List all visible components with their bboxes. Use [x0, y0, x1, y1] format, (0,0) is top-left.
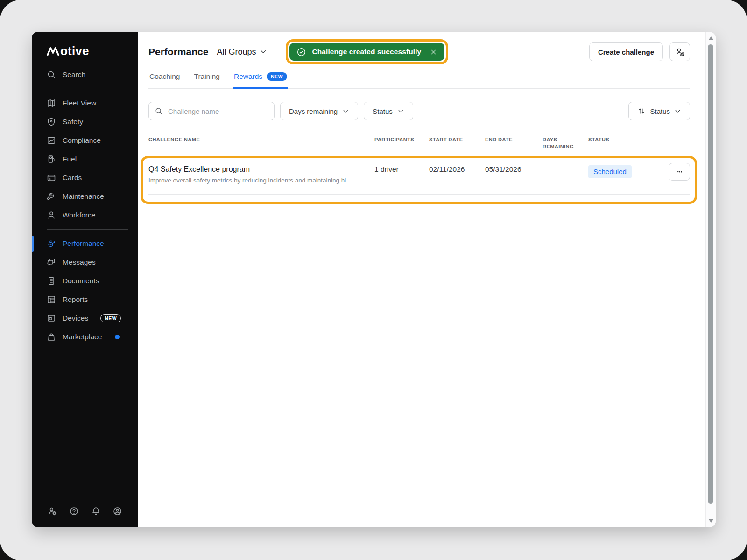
fuel-pump-icon: [47, 154, 56, 164]
challenge-description: Improve overall safety metrics by reduci…: [148, 177, 368, 184]
main-area: Performance All Groups Challenge created…: [138, 32, 716, 527]
sidebar-item-label: Compliance: [63, 136, 101, 145]
sort-arrows-icon: [637, 107, 646, 115]
sidebar-item-label: Search: [63, 70, 85, 79]
sidebar-item-devices[interactable]: Devices NEW: [32, 309, 138, 328]
chevron-down-icon: [260, 48, 267, 56]
report-icon: [47, 295, 56, 304]
person-icon: [47, 210, 56, 220]
logo-text: otive: [60, 45, 89, 57]
account-circle-icon: [113, 506, 122, 516]
create-challenge-button[interactable]: Create challenge: [589, 42, 663, 61]
triangle-down-icon: [708, 519, 714, 523]
help-button[interactable]: [69, 506, 79, 516]
filter-bar: Days remaining Status Status: [148, 102, 690, 120]
sidebar-item-label: Fuel: [63, 155, 77, 163]
sidebar-item-label: Devices: [63, 314, 88, 322]
notifications-button[interactable]: [91, 506, 101, 516]
wrench-icon: [47, 192, 56, 201]
shopping-bag-icon: [47, 332, 56, 342]
toast-message: Challenge created successfully: [312, 48, 421, 56]
app-window: otive Search Fleet View Safety Complianc…: [32, 32, 716, 527]
success-toast: Challenge created successfully: [289, 43, 444, 61]
check-circle-icon: [296, 47, 306, 57]
sidebar-item-label: Workforce: [63, 211, 95, 219]
ellipsis-icon: [675, 168, 684, 176]
tab-rewards[interactable]: Rewards NEW: [233, 68, 288, 89]
manage-users-button[interactable]: [669, 42, 690, 61]
sidebar-divider: [47, 229, 128, 230]
cell-days-remaining: —: [543, 165, 588, 174]
sidebar-item-label: Cards: [63, 174, 82, 182]
sidebar-item-fuel[interactable]: Fuel: [32, 150, 138, 168]
row-more-options-button[interactable]: [669, 163, 690, 181]
sidebar-item-marketplace[interactable]: Marketplace: [32, 328, 138, 346]
page-title: Performance: [148, 46, 208, 57]
scroll-up-arrow[interactable]: [708, 36, 714, 40]
sidebar-divider: [47, 89, 128, 89]
cell-start-date: 02/11/2026: [429, 165, 485, 174]
credit-card-icon: [47, 173, 56, 182]
scrollbar-thumb[interactable]: [708, 44, 713, 504]
group-filter-dropdown[interactable]: All Groups: [217, 47, 267, 57]
sidebar-item-label: Maintenance: [63, 192, 104, 201]
days-remaining-filter[interactable]: Days remaining: [280, 102, 358, 120]
sidebar-item-maintenance[interactable]: Maintenance: [32, 187, 138, 206]
sidebar-item-performance[interactable]: Performance: [32, 234, 138, 253]
invite-user-button[interactable]: [48, 506, 57, 516]
cell-participants: 1 driver: [374, 165, 429, 174]
chevron-down-icon: [674, 108, 681, 115]
sidebar-item-reports[interactable]: Reports: [32, 290, 138, 309]
status-filter[interactable]: Status: [364, 102, 413, 120]
map-icon: [47, 98, 56, 108]
cell-status: Scheduled: [588, 165, 651, 178]
compliance-chart-icon: [47, 136, 56, 145]
status-badge: Scheduled: [588, 165, 632, 178]
scroll-down-arrow[interactable]: [708, 519, 714, 523]
vertical-scrollbar[interactable]: [705, 32, 716, 527]
sidebar-footer: [32, 497, 138, 527]
tab-coaching[interactable]: Coaching: [148, 68, 181, 89]
tab-rewards-label: Rewards: [234, 72, 262, 81]
search-icon: [47, 70, 56, 79]
toast-close-button[interactable]: [430, 48, 437, 56]
document-icon: [47, 276, 56, 286]
challenge-search-input[interactable]: [167, 107, 268, 116]
sidebar-item-safety[interactable]: Safety: [32, 112, 138, 131]
cell-challenge-name: Q4 Safety Excellence program Improve ove…: [148, 165, 374, 184]
status-filter-label: Status: [373, 107, 393, 115]
devices-icon: [47, 314, 56, 323]
sidebar-item-label: Safety: [63, 118, 83, 126]
challenge-search[interactable]: [148, 102, 275, 120]
tab-bar: Coaching Training Rewards NEW: [148, 68, 690, 89]
search-icon: [155, 107, 163, 115]
cell-actions: [651, 163, 690, 181]
sidebar-item-search[interactable]: Search: [32, 65, 138, 84]
days-remaining-label: Days remaining: [289, 107, 338, 115]
sidebar: otive Search Fleet View Safety Complianc…: [32, 32, 138, 527]
chevron-down-icon: [342, 108, 349, 115]
user-gear-icon: [48, 506, 57, 516]
account-button[interactable]: [113, 506, 122, 516]
sidebar-item-messages[interactable]: Messages: [32, 253, 138, 272]
page-header: Performance All Groups Challenge created…: [148, 41, 690, 63]
motive-m-icon: [47, 47, 59, 56]
sidebar-item-compliance[interactable]: Compliance: [32, 131, 138, 150]
sort-by-dropdown[interactable]: Status: [628, 102, 690, 120]
shield-icon: [47, 117, 56, 126]
sidebar-item-cards[interactable]: Cards: [32, 168, 138, 187]
triangle-up-icon: [708, 36, 714, 40]
cell-end-date: 05/31/2026: [485, 165, 543, 174]
sidebar-item-label: Messages: [63, 258, 96, 266]
table-row[interactable]: Q4 Safety Excellence program Improve ove…: [148, 157, 690, 195]
table-header-row: CHALLENGE NAME PARTICIPANTS START DATE E…: [148, 133, 690, 157]
challenge-name[interactable]: Q4 Safety Excellence program: [148, 165, 374, 174]
column-header-days-remaining: DAYS REMAINING: [543, 136, 588, 150]
sidebar-item-workforce[interactable]: Workforce: [32, 206, 138, 224]
sidebar-item-documents[interactable]: Documents: [32, 272, 138, 290]
sort-by-label: Status: [650, 107, 670, 115]
tab-training[interactable]: Training: [193, 68, 221, 89]
sidebar-item-label: Reports: [63, 295, 88, 304]
sidebar-item-fleet-view[interactable]: Fleet View: [32, 94, 138, 112]
column-header-participants: PARTICIPANTS: [374, 136, 429, 143]
